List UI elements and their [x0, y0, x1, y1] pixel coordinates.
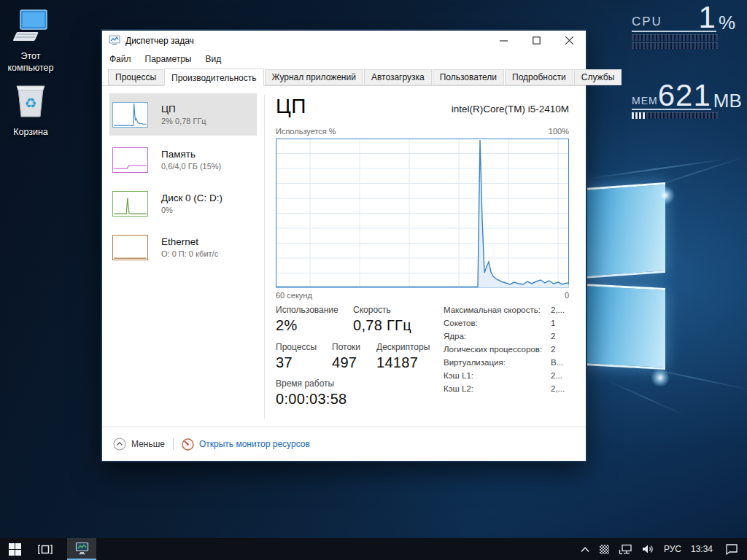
volume-icon[interactable] — [642, 544, 654, 554]
sidebar-memory-subtitle: 0,6/4,0 ГБ (15%) — [161, 162, 221, 171]
detail-cache-l2: Кэш L2: 2,... — [444, 384, 569, 393]
stat-uptime: Время работы 0:00:03:58 — [276, 378, 347, 408]
detail-label: Кэш L1: — [444, 371, 473, 380]
sidebar-cpu-title: ЦП — [161, 104, 206, 115]
sidebar-disk-subtitle: 0% — [161, 206, 222, 214]
detail-label: Логических процессоров: — [444, 345, 542, 354]
memory-mini-graph — [112, 147, 148, 173]
language-indicator[interactable]: РУС — [664, 544, 681, 554]
status-bar: Меньше Открыть монитор ресурсов — [102, 427, 586, 461]
title-bar[interactable]: Диспетчер задач — [102, 31, 586, 50]
sidebar-item-cpu[interactable]: ЦП 2% 0,78 ГГц — [109, 93, 257, 136]
sidebar-ethernet-title: Ethernet — [161, 236, 218, 248]
tab-services[interactable]: Службы — [574, 69, 622, 85]
stat-threads-value: 497 — [332, 354, 360, 371]
open-resource-monitor-link[interactable]: Открыть монитор ресурсов — [182, 438, 310, 451]
maximize-button[interactable] — [520, 31, 553, 50]
detail-value: 2 — [551, 345, 555, 354]
stat-processes: Процессы 37 — [276, 342, 317, 371]
desktop-icon-label: Этот компьютер — [0, 51, 64, 74]
tab-app-history[interactable]: Журнал приложений — [265, 69, 363, 85]
desktop-icon-recycle-bin[interactable]: ♻ Корзина — [0, 80, 64, 139]
task-view-button[interactable] — [31, 538, 60, 560]
stat-uptime-value: 0:00:03:58 — [276, 391, 347, 408]
detail-value: 1 — [551, 319, 555, 327]
tab-users[interactable]: Пользователи — [433, 69, 504, 85]
sidebar-divider — [264, 95, 265, 419]
windows-start-icon — [9, 543, 21, 556]
sidebar-item-ethernet[interactable]: Ethernet О: 0 П: 0 кбит/с — [109, 226, 257, 268]
detail-label: Ядра: — [444, 332, 466, 341]
minimize-button[interactable] — [487, 31, 520, 50]
taskbar-task-manager-button[interactable] — [67, 538, 96, 560]
stat-handles-label: Дескрипторы — [376, 342, 430, 352]
menu-options[interactable]: Параметры — [145, 54, 192, 64]
stat-handles: Дескрипторы 14187 — [376, 342, 430, 371]
stat-uptime-label: Время работы — [276, 378, 347, 389]
stat-processes-label: Процессы — [276, 342, 317, 352]
stat-usage: Использование 2% — [276, 305, 338, 334]
start-button[interactable] — [0, 538, 29, 560]
detail-value: В... — [551, 358, 563, 367]
stat-speed: Скорость 0,78 ГГц — [353, 305, 411, 334]
network-icon[interactable] — [619, 544, 632, 555]
detail-max-speed: Максимальная скорость: 2,... — [444, 306, 569, 314]
sidebar-cpu-subtitle: 2% 0,78 ГГц — [161, 117, 206, 125]
gadget-mem-value: 621 — [658, 84, 711, 108]
wallpaper-logo-pane-top — [584, 182, 665, 279]
detail-label: Кэш L2: — [444, 384, 473, 393]
gadget-mem-meter — [632, 112, 718, 119]
gadget-mem-unit: MB — [713, 93, 742, 109]
desktop-icon-label: Корзина — [0, 127, 64, 139]
action-center-icon[interactable] — [725, 543, 738, 555]
menu-view[interactable]: Вид — [205, 54, 221, 64]
sidebar-ethernet-subtitle: О: 0 П: 0 кбит/с — [161, 249, 218, 258]
sidebar-item-memory[interactable]: Память 0,6/4,0 ГБ (15%) — [109, 139, 257, 181]
keyboard-shape — [13, 32, 39, 41]
clock[interactable]: 13:34 — [691, 544, 713, 554]
menu-bar: Файл Параметры Вид — [102, 50, 586, 67]
cpu-panel-title: ЦП — [276, 95, 306, 118]
desktop-icon-this-pc[interactable]: Этот компьютер — [0, 7, 64, 74]
stat-processes-value: 37 — [276, 354, 317, 371]
fewer-details-button[interactable]: Меньше — [113, 438, 165, 451]
detail-sockets: Сокетов: 1 — [444, 319, 569, 327]
this-pc-icon — [12, 7, 50, 45]
detail-label: Виртуализация: — [444, 358, 506, 367]
sidebar-item-disk[interactable]: Диск 0 (C: D:) 0% — [109, 182, 257, 225]
ethernet-mini-graph — [112, 235, 148, 260]
light-ray — [605, 379, 686, 416]
fewer-details-label: Меньше — [131, 439, 165, 449]
system-monitor-gadget: CPU 1 % MEM 621 MB — [632, 6, 735, 154]
system-tray: РУС 13:34 — [580, 543, 747, 555]
gadget-mem-label: MEM — [632, 96, 658, 108]
gadget-cpu-meter-row2 — [632, 42, 718, 49]
gadget-cpu: CPU 1 % — [632, 6, 735, 49]
tab-processes[interactable]: Процессы — [108, 69, 163, 85]
gadget-cpu-unit: % — [719, 15, 735, 31]
recycle-bin-icon: ♻ — [12, 80, 49, 121]
detail-value: 2,... — [551, 384, 565, 393]
stat-speed-value: 0,78 ГГц — [353, 317, 411, 334]
gadget-cpu-meter-row1 — [632, 34, 718, 41]
detail-value: 2 — [551, 332, 555, 341]
tray-app-icon[interactable] — [600, 545, 609, 554]
wallpaper-flare — [651, 368, 670, 387]
tray-chevron-up-icon[interactable] — [580, 546, 590, 553]
svg-text:♻: ♻ — [24, 95, 36, 111]
tab-startup[interactable]: Автозагрузка — [364, 69, 432, 85]
task-manager-window: Диспетчер задач Файл Параметры Вид Проце… — [102, 31, 586, 461]
sidebar-disk-title: Диск 0 (C: D:) — [161, 192, 222, 204]
disk-mini-graph — [112, 191, 148, 217]
detail-cores: Ядра: 2 — [444, 332, 569, 341]
tab-details[interactable]: Подробности — [505, 69, 573, 85]
menu-file[interactable]: Файл — [109, 54, 131, 64]
close-icon — [565, 36, 573, 44]
graph-ymax-label: 100% — [549, 127, 569, 136]
tab-performance[interactable]: Производительность — [164, 69, 263, 86]
chevron-up-circle-icon — [113, 438, 126, 451]
close-button[interactable] — [553, 31, 586, 50]
task-view-icon — [38, 544, 53, 555]
tab-strip: Процессы Производительность Журнал прило… — [102, 67, 586, 86]
cpu-usage-graph — [276, 139, 569, 288]
